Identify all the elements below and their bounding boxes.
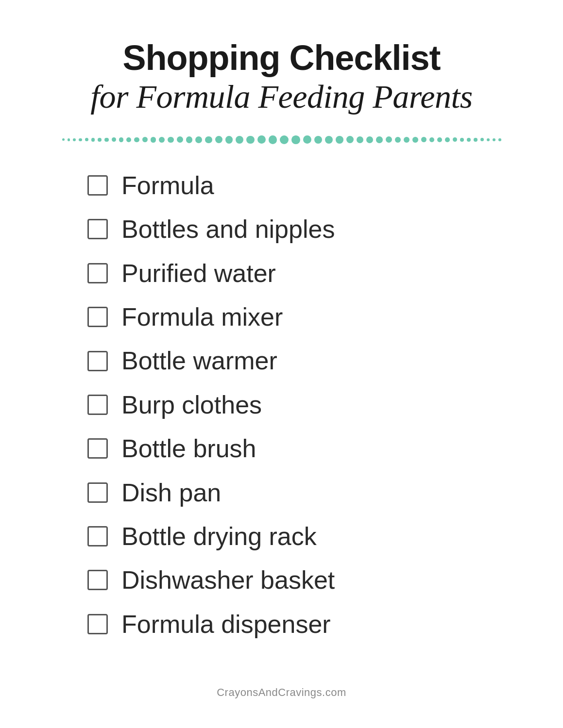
footer-url: CrayonsAndCravings.com (217, 686, 346, 698)
dot (453, 137, 457, 142)
checkbox[interactable] (87, 307, 108, 327)
checkbox[interactable] (87, 263, 108, 283)
dot (112, 137, 116, 142)
dot (487, 138, 490, 142)
dot (225, 136, 233, 144)
checklist: FormulaBottles and nipplesPurified water… (49, 164, 514, 646)
list-item[interactable]: Formula dispenser (87, 602, 514, 646)
dot (142, 137, 148, 142)
dot (498, 138, 501, 141)
item-label: Dish pan (121, 478, 221, 508)
dot (168, 137, 174, 143)
dot (215, 136, 222, 143)
dot (186, 136, 193, 143)
item-label: Bottle warmer (121, 346, 277, 376)
item-label: Bottle brush (121, 433, 256, 463)
dot (91, 138, 95, 142)
dot (257, 135, 266, 144)
dot (119, 137, 124, 142)
title-line1: Shopping Checklist (49, 39, 514, 77)
list-item[interactable]: Bottle drying rack (87, 514, 514, 558)
dot (73, 138, 76, 141)
checkbox[interactable] (87, 482, 108, 503)
checkbox[interactable] (87, 395, 108, 415)
dot (269, 135, 277, 144)
dot (98, 138, 102, 142)
dot (346, 136, 354, 143)
dot (280, 135, 289, 144)
footer: CrayonsAndCravings.com (217, 662, 346, 699)
item-label: Bottle drying rack (121, 521, 317, 551)
dot (474, 138, 478, 142)
list-item[interactable]: Burp clothes (87, 383, 514, 427)
list-item[interactable]: Bottles and nipples (87, 207, 514, 251)
checkbox[interactable] (87, 351, 108, 371)
dot (421, 137, 427, 142)
dot (126, 137, 131, 142)
checkbox[interactable] (87, 526, 108, 546)
list-item[interactable]: Dish pan (87, 471, 514, 514)
title-block: Shopping Checklist for Formula Feeding P… (49, 39, 514, 117)
checkbox[interactable] (87, 219, 108, 239)
dot (303, 135, 311, 144)
dot (480, 138, 484, 141)
dot (325, 136, 333, 144)
dot (159, 137, 165, 143)
item-label: Formula mixer (121, 302, 283, 332)
dot (445, 137, 450, 142)
item-label: Dishwasher basket (121, 565, 335, 595)
dot (134, 137, 139, 143)
dot (460, 138, 464, 142)
dots-divider (49, 135, 514, 144)
dot (104, 138, 109, 142)
list-item[interactable]: Dishwasher basket (87, 558, 514, 602)
dot (395, 137, 401, 143)
dot (195, 136, 202, 143)
dot (437, 137, 442, 142)
dot (79, 138, 82, 142)
item-label: Formula (121, 170, 214, 200)
dot (429, 137, 435, 143)
dot (314, 136, 323, 144)
item-label: Burp clothes (121, 390, 262, 420)
dot (291, 135, 300, 144)
checkbox[interactable] (87, 570, 108, 590)
dot (205, 136, 212, 144)
dot (85, 138, 88, 141)
dot (236, 136, 243, 144)
item-label: Purified water (121, 258, 276, 288)
dot (357, 136, 364, 144)
dot (386, 136, 392, 143)
checkbox[interactable] (87, 175, 108, 196)
checkbox[interactable] (87, 614, 108, 634)
dot (493, 138, 495, 141)
dot (404, 137, 409, 143)
list-item[interactable]: Formula (87, 164, 514, 207)
page: Shopping Checklist for Formula Feeding P… (0, 0, 563, 728)
dot (376, 136, 383, 143)
list-item[interactable]: Bottle brush (87, 427, 514, 470)
list-item[interactable]: Formula mixer (87, 295, 514, 339)
list-item[interactable]: Purified water (87, 251, 514, 295)
item-label: Bottles and nipples (121, 214, 335, 244)
dot (412, 137, 418, 143)
list-item[interactable]: Bottle warmer (87, 339, 514, 382)
title-line2: for Formula Feeding Parents (49, 77, 514, 117)
dot (62, 138, 65, 141)
dot (246, 136, 255, 144)
checkbox[interactable] (87, 438, 108, 459)
dot (177, 136, 183, 143)
dot (336, 136, 343, 144)
dot (68, 138, 70, 141)
item-label: Formula dispenser (121, 609, 331, 639)
dot (151, 137, 156, 143)
dot (366, 136, 373, 143)
dot (467, 138, 471, 142)
